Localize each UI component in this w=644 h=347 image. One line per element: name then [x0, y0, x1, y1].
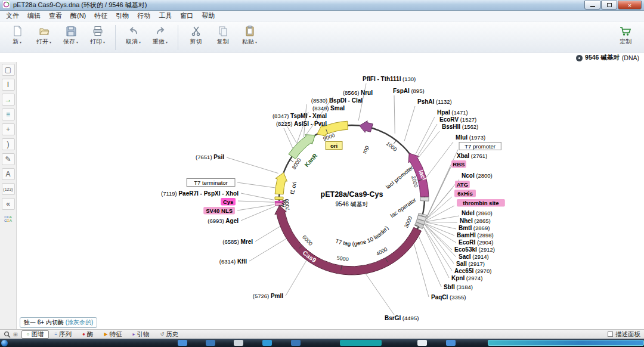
- start-button[interactable]: [1, 340, 8, 346]
- taskbar-app-5[interactable]: [291, 340, 301, 346]
- enzyme-label[interactable]: (5726) PmlI: [253, 293, 283, 299]
- enzyme-label[interactable]: Acc65I (2970): [454, 268, 491, 274]
- feature-rop[interactable]: rop: [360, 121, 373, 154]
- site-PflFI - Tth111I[interactable]: PflFI - Tth111I (130): [363, 76, 416, 82]
- site-6xHis[interactable]: 6xHis: [454, 190, 476, 197]
- toolbar-cut-button[interactable]: 剪切: [182, 23, 209, 46]
- enzyme-label[interactable]: (6314) KflI: [219, 258, 247, 265]
- numbering-tool[interactable]: (123): [2, 183, 15, 195]
- site-PaeR7I - PspXI - XhoI[interactable]: (7119) PaeR7I - PspXI - XhoI: [161, 190, 239, 197]
- toolbar-customize-button[interactable]: 定制: [611, 23, 640, 46]
- enzyme-label[interactable]: FspAI (895): [393, 88, 425, 94]
- enzyme-label[interactable]: PflFI - Tth111I (130): [363, 76, 416, 82]
- site-SV40 NLS[interactable]: SV40 NLS: [203, 207, 235, 215]
- describe-panel-checkbox[interactable]: [608, 331, 613, 337]
- enzyme-label[interactable]: EcoRV (1527): [439, 116, 476, 123]
- site-SacI[interactable]: SacI (2914): [459, 253, 489, 260]
- enzyme-label[interactable]: BssHII (1562): [442, 123, 478, 130]
- enzyme-label[interactable]: Eco53kI (2912): [454, 246, 495, 253]
- site-NdeI[interactable]: NdeI (2860): [462, 210, 493, 216]
- menu-item-帮助[interactable]: 帮助: [197, 11, 219, 21]
- enzyme-label[interactable]: NcoI (2800): [462, 172, 493, 179]
- enzyme-label[interactable]: NdeI (2860): [462, 210, 493, 216]
- chevron-down-icon[interactable]: ▾: [76, 40, 78, 44]
- maximize-button[interactable]: [601, 1, 617, 10]
- browse-arrow-tool[interactable]: →: [2, 94, 15, 106]
- site-BmtI[interactable]: BmtI (2869): [459, 225, 490, 231]
- enzyme-label[interactable]: PshAI (1132): [417, 98, 452, 105]
- sequence-letters[interactable]: CCACGA: [2, 213, 15, 225]
- chevron-down-icon[interactable]: ▾: [49, 40, 51, 44]
- taskbar-active-window[interactable]: [488, 340, 644, 346]
- site-Cys[interactable]: Cys: [221, 198, 236, 206]
- tab-features[interactable]: ▶特征: [98, 330, 127, 339]
- feature-arrow-rop[interactable]: [360, 121, 373, 133]
- enzyme-label[interactable]: BamHI (2898): [457, 232, 494, 238]
- text-cursor-tool[interactable]: I: [2, 79, 15, 91]
- site-XbaI[interactable]: XbaI (2761): [457, 153, 487, 159]
- feature-f1 ori[interactable]: f1 ori: [275, 173, 298, 195]
- site-PmlI[interactable]: (5726) PmlI: [253, 293, 283, 299]
- site-SmaI[interactable]: (8349) SmaI: [312, 105, 345, 111]
- enzyme-label[interactable]: (7651) PsiI: [196, 154, 224, 160]
- plasmid-map[interactable]: oriKanRroplacIlacI promoterlac operatorT…: [17, 62, 644, 329]
- menu-item-酶(N)[interactable]: 酶(N): [66, 11, 90, 21]
- fit-icon[interactable]: ⊞: [13, 331, 18, 337]
- site-ATG[interactable]: ATG: [455, 181, 470, 188]
- taskbar-app-7[interactable]: [417, 340, 427, 346]
- enzyme-label[interactable]: PaqCI (3355): [431, 294, 466, 300]
- site-FspAI[interactable]: FspAI (895): [393, 88, 425, 94]
- site-PshAI[interactable]: PshAI (1132): [417, 98, 452, 105]
- toolbar-copy-button[interactable]: 复制: [209, 23, 236, 46]
- enzyme-label[interactable]: NheI (2865): [460, 218, 491, 224]
- enzyme-label[interactable]: (8530) BspDI - ClaI: [311, 97, 363, 104]
- site-T7 terminator[interactable]: T7 terminator: [187, 179, 235, 187]
- enzyme-label[interactable]: (8566) NruI: [343, 89, 373, 96]
- toolbar-open-button[interactable]: 打开▾: [30, 23, 57, 46]
- site-AsiSI - PvuI[interactable]: (8225) AsiSI - PvuI: [276, 120, 327, 127]
- enzyme-label[interactable]: MluI (1973): [456, 134, 485, 141]
- menu-item-行动[interactable]: 行动: [133, 11, 154, 21]
- site-MreI[interactable]: (6585) MreI: [222, 238, 253, 245]
- select-tool[interactable]: ▢: [2, 64, 15, 76]
- site-HpaI[interactable]: HpaI (1471): [437, 109, 468, 116]
- minimize-button[interactable]: [584, 1, 600, 10]
- chevron-down-icon[interactable]: ▾: [103, 40, 105, 44]
- site-BspDI - ClaI[interactable]: (8530) BspDI - ClaI: [311, 97, 363, 104]
- site-BsrGI[interactable]: BsrGI (4495): [385, 315, 419, 321]
- site-RBS[interactable]: RBS: [451, 160, 466, 168]
- site-BamHI[interactable]: BamHI (2898): [457, 232, 494, 238]
- enzyme-label[interactable]: BmtI (2869): [459, 225, 490, 231]
- site-NruI[interactable]: (8566) NruI: [343, 89, 373, 96]
- site-SbfI[interactable]: SbfI (3184): [444, 284, 473, 290]
- enzyme-label[interactable]: (8347) TspMI - XmaI: [273, 113, 327, 119]
- enzyme-label[interactable]: BsrGI (4495): [385, 315, 419, 321]
- feature-arrow-f1 ori[interactable]: [275, 173, 287, 194]
- jump-tool[interactable]: «: [2, 198, 15, 210]
- enzyme-label[interactable]: SacI (2914): [459, 253, 489, 260]
- toolbar-new-button[interactable]: 新▾: [4, 23, 30, 46]
- enzyme-label[interactable]: (8225) AsiSI - PvuI: [276, 120, 327, 127]
- enzyme-label[interactable]: (6993) AgeI: [208, 218, 239, 224]
- tab-enzymes[interactable]: ●酶: [77, 330, 98, 339]
- site-T7 promoter[interactable]: T7 promoter: [459, 142, 501, 150]
- taskbar-app-6[interactable]: [340, 340, 382, 346]
- move-tool[interactable]: +: [2, 123, 15, 135]
- toolbar-undo-button[interactable]: 取消▾: [120, 23, 147, 46]
- letter-tool[interactable]: A: [2, 168, 15, 180]
- enzyme-label[interactable]: (8349) SmaI: [312, 105, 345, 111]
- enzyme-label[interactable]: XbaI (2761): [457, 153, 487, 159]
- taskbar-app-4[interactable]: [262, 340, 272, 346]
- taskbar-app-2[interactable]: [206, 340, 215, 346]
- tab-primers[interactable]: ▸引物: [128, 330, 155, 339]
- feature-arrow-lacI promoter[interactable]: [420, 197, 429, 201]
- site-KpnI[interactable]: KpnI (2974): [451, 275, 482, 281]
- taskbar-app-3[interactable]: [234, 340, 243, 346]
- chevron-down-icon[interactable]: ▾: [166, 40, 168, 44]
- toolbar-paste-button[interactable]: 粘贴▾: [236, 23, 263, 46]
- site-EcoRI[interactable]: EcoRI (2904): [459, 239, 493, 246]
- site-PaqCI[interactable]: PaqCI (3355): [431, 294, 466, 300]
- chevron-down-icon[interactable]: ▾: [20, 40, 21, 44]
- site-thrombin site[interactable]: thrombin site: [457, 199, 505, 207]
- menu-item-引物[interactable]: 引物: [112, 11, 133, 21]
